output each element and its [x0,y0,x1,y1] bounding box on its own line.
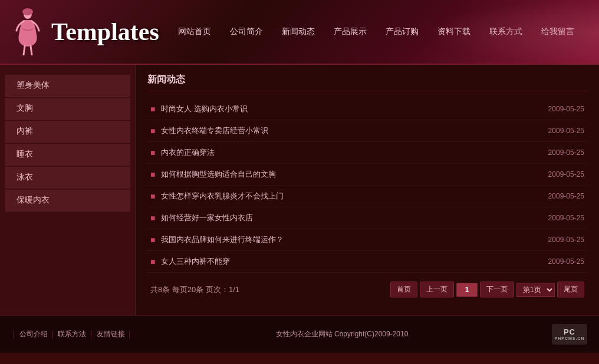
sidebar: 塑身美体 文胸 内裤 睡衣 泳衣 保暖内衣 [0,65,136,315]
news-item-6[interactable]: ■ 我国内衣品牌如何来进行终端运作？ 2009-05-25 [147,229,587,251]
news-bullet-3: ■ [150,170,155,179]
news-item-2[interactable]: ■ 内衣的正确穿法 2009-05-25 [147,142,587,164]
news-title-3: 如何根据胸型选购适合自己的文胸 [161,169,276,180]
pagination-controls: 首页 上一页 1 下一页 第1页 尾页 [390,282,584,297]
nav-download[interactable]: 资料下载 [428,22,480,42]
news-left-0: ■ 时尚女人 选购内衣小常识 [150,104,248,114]
news-item-0[interactable]: ■ 时尚女人 选购内衣小常识 2009-05-25 [147,98,587,120]
news-date-0: 2009-05-25 [548,105,584,113]
news-title-7: 女人三种内裤不能穿 [161,256,230,267]
nav-home[interactable]: 网站首页 [169,22,220,42]
news-bullet-2: ■ [150,148,155,157]
sidebar-item-underwear[interactable]: 内裤 [5,121,130,143]
sidebar-item-pajamas[interactable]: 睡衣 [5,144,130,166]
news-item-7[interactable]: ■ 女人三种内裤不能穿 2009-05-25 [147,251,587,273]
news-date-6: 2009-05-25 [548,236,584,244]
news-left-2: ■ 内衣的正确穿法 [150,147,215,158]
footer-sep-right: │ [128,330,133,339]
footer-sep-1: │ [51,330,55,339]
news-date-1: 2009-05-25 [548,127,584,135]
news-date-3: 2009-05-25 [548,170,584,178]
sidebar-item-bra[interactable]: 文胸 [5,98,130,120]
pagination-first[interactable]: 首页 [390,282,417,297]
news-left-4: ■ 女性怎样穿内衣乳腺炎才不会找上门 [150,191,284,201]
footer-sep-2: │ [89,330,94,339]
news-title-2: 内衣的正确穿法 [161,147,215,158]
news-left-1: ■ 女性内衣终端专卖店经营小常识 [150,125,268,136]
footer-link-1[interactable]: 联系方法 [58,329,86,339]
footer-link-2[interactable]: 友情链接 [97,329,125,339]
news-title-0: 时尚女人 选购内衣小常识 [161,104,248,114]
footer-sep-left: │ [12,330,17,339]
news-left-3: ■ 如何根据胸型选购适合自己的文胸 [150,169,276,180]
logo-title: Templates [51,18,159,46]
pagination-area: 共8条 每页20条 页次：1/1 首页 上一页 1 下一页 第1页 尾页 [147,273,587,306]
pagination-next[interactable]: 下一页 [480,282,514,297]
news-item-5[interactable]: ■ 如何经营好一家女性内衣店 2009-05-25 [147,207,587,229]
news-date-4: 2009-05-25 [548,192,584,200]
pagination-select[interactable]: 第1页 [516,283,555,297]
news-bullet-1: ■ [150,126,155,135]
nav-about[interactable]: 公司简介 [220,22,272,42]
section-title: 新闻动态 [147,74,587,91]
main-nav: 网站首页 公司简介 新闻动态 产品展示 产品订购 资料下载 联系方式 给我留言 [165,22,599,42]
footer-copyright: 女性内衣企业网站 Copyright(C)2009-2010 [276,329,409,339]
sidebar-item-slimming[interactable]: 塑身美体 [5,75,130,97]
svg-point-1 [22,8,33,15]
news-left-5: ■ 如何经营好一家女性内衣店 [150,213,253,223]
news-item-4[interactable]: ■ 女性怎样穿内衣乳腺炎才不会找上门 2009-05-25 [147,186,587,207]
content-area: 新闻动态 ■ 时尚女人 选购内衣小常识 2009-05-25 ■ 女性内衣终端专… [136,65,599,315]
sidebar-item-swimwear[interactable]: 泳衣 [5,167,130,188]
news-bullet-4: ■ [150,191,155,201]
footer-link-0[interactable]: 公司介绍 [19,329,48,339]
nav-order[interactable]: 产品订购 [376,22,428,42]
news-date-5: 2009-05-25 [548,214,584,222]
pagination-info: 共8条 每页20条 页次：1/1 [150,284,239,295]
news-list: ■ 时尚女人 选购内衣小常识 2009-05-25 ■ 女性内衣终端专卖店经营小… [147,98,587,273]
nav-message[interactable]: 给我留言 [532,22,584,42]
header: Templates 网站首页 公司简介 新闻动态 产品展示 产品订购 资料下载 … [0,0,599,65]
news-title-4: 女性怎样穿内衣乳腺炎才不会找上门 [161,191,284,201]
nav-products[interactable]: 产品展示 [324,22,376,42]
news-title-1: 女性内衣终端专卖店经营小常识 [161,125,268,136]
news-left-6: ■ 我国内衣品牌如何来进行终端运作？ [150,234,284,245]
news-date-2: 2009-05-25 [548,148,584,157]
logo-figure [12,8,44,55]
news-bullet-7: ■ [150,257,155,266]
nav-contact[interactable]: 联系方式 [480,22,532,42]
news-bullet-6: ■ [150,235,155,244]
news-left-7: ■ 女人三种内裤不能穿 [150,256,230,267]
news-date-7: 2009-05-25 [548,257,584,266]
news-bullet-0: ■ [150,104,155,114]
footer: │ 公司介绍 │ 联系方法 │ 友情链接 │ 女性内衣企业网站 Copyrigh… [0,315,599,353]
news-item-3[interactable]: ■ 如何根据胸型选购适合自己的文胸 2009-05-25 [147,164,587,186]
main-content: 塑身美体 文胸 内裤 睡衣 泳衣 保暖内衣 新闻动态 ■ 时尚女人 选购内衣小常… [0,65,599,315]
news-title-6: 我国内衣品牌如何来进行终端运作？ [161,234,284,245]
pagination-current[interactable]: 1 [456,283,478,297]
logo-area: Templates [0,8,165,55]
footer-links: │ 公司介绍 │ 联系方法 │ 友情链接 │ [12,329,132,339]
news-title-5: 如何经营好一家女性内衣店 [161,213,253,223]
pagination-prev[interactable]: 上一页 [420,282,454,297]
pagination-last[interactable]: 尾页 [557,282,584,297]
news-bullet-5: ■ [150,213,155,223]
news-item-1[interactable]: ■ 女性内衣终端专卖店经营小常识 2009-05-25 [147,120,587,142]
nav-news[interactable]: 新闻动态 [272,22,324,42]
sidebar-item-thermal[interactable]: 保暖内衣 [5,190,130,211]
footer-logo: PC PHPCMS.CN [552,324,587,345]
